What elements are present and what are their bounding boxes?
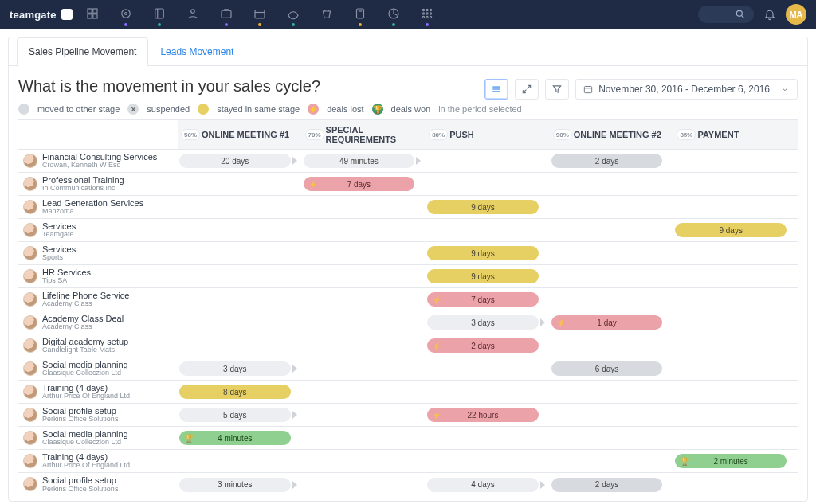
avatar — [23, 269, 37, 283]
avatar — [23, 154, 37, 168]
status-icon: 🏆 — [184, 434, 194, 443]
tab-1[interactable]: Leads Movement — [148, 37, 245, 65]
nav-item-3[interactable] — [186, 6, 200, 21]
deal-org: Sports — [42, 254, 76, 261]
legend-dot-lost: ⚡ — [308, 104, 319, 115]
duration-pill[interactable]: 9 days — [427, 269, 539, 283]
tab-0[interactable]: Sales Pipeline Movement — [17, 37, 148, 66]
duration-pill[interactable]: 3 days — [427, 315, 539, 330]
date-range-picker[interactable]: November 30, 2016 - December 6, 2016 — [575, 79, 798, 100]
stage-pct: 70% — [305, 129, 324, 140]
deal-name: Social media planning — [42, 430, 128, 440]
nav-item-2[interactable] — [152, 6, 167, 26]
nav-item-5[interactable] — [253, 6, 267, 26]
filter-button[interactable] — [545, 79, 569, 100]
duration-pill[interactable]: 49 minutes — [304, 154, 415, 168]
duration-pill[interactable]: 4 days — [427, 478, 539, 492]
duration-pill[interactable]: ⚡22 hours — [427, 408, 539, 422]
stage-name: ONLINE MEETING #1 — [202, 130, 289, 139]
table-row: Social media planningClaasique Colleczio… — [18, 357, 798, 381]
stage-pct: 80% — [429, 129, 448, 140]
nav-item-0[interactable] — [85, 6, 100, 21]
deal-cell[interactable]: Social profile setupPerkins Office Solut… — [18, 405, 178, 425]
deal-cell[interactable]: Social media planningClaasique Colleczio… — [18, 428, 178, 448]
duration-pill[interactable]: 🏆4 minutes — [179, 431, 291, 445]
nav-item-4[interactable] — [219, 6, 233, 26]
slot: 20 days — [178, 150, 302, 172]
duration-pill[interactable]: 5 days — [179, 408, 291, 422]
deal-cell[interactable]: Training (4 days)Arthur Price Of England… — [18, 451, 178, 471]
duration-pill[interactable]: 9 days — [427, 200, 539, 214]
nav-item-9[interactable] — [386, 6, 401, 26]
slot: 🏆2 minutes — [673, 450, 798, 472]
svg-rect-0 — [88, 9, 92, 13]
svg-point-18 — [422, 13, 424, 14]
report-card: Sales Pipeline MovementLeads Movement Wh… — [8, 37, 808, 502]
slot — [302, 196, 426, 218]
expand-button[interactable] — [515, 79, 539, 100]
caret-right-icon — [292, 365, 297, 373]
deal-cell[interactable]: Social profile setupPerkins Office Solut… — [18, 475, 178, 494]
legend-moved: moved to other stage — [37, 104, 120, 114]
duration-pill[interactable]: 9 days — [427, 246, 539, 260]
duration-pill[interactable]: ⚡7 days — [427, 292, 539, 307]
deal-name: HR Services — [42, 268, 91, 278]
duration-pill[interactable]: 8 days — [179, 385, 291, 399]
stage-header-2[interactable]: 80%PUSH — [426, 120, 550, 150]
duration-pill[interactable]: 9 days — [675, 223, 787, 237]
nav-item-10[interactable] — [420, 6, 434, 26]
slot — [302, 404, 426, 426]
deal-cell[interactable]: Training (4 days)Arthur Price Of England… — [18, 382, 178, 402]
duration-pill[interactable]: ⚡7 days — [304, 177, 415, 191]
slot — [302, 242, 426, 264]
deal-cell[interactable]: Academy Class DealAcademy Class — [18, 313, 178, 333]
deal-cell[interactable]: ServicesSports — [18, 244, 178, 264]
avatar[interactable]: MA — [786, 4, 806, 25]
nav-item-8[interactable] — [353, 6, 367, 26]
nav-item-1[interactable] — [119, 6, 133, 26]
legend-period: in the period selected — [438, 104, 522, 114]
slot — [302, 334, 426, 357]
slot: 4 days — [426, 473, 550, 496]
stage-header-3[interactable]: 90%ONLINE MEETING #2 — [550, 120, 674, 150]
stage-header: 50%ONLINE MEETING #170%SPECIAL REQUIREME… — [18, 119, 798, 150]
deal-cell[interactable]: Lifeline Phone ServiceAcademy Class — [18, 290, 178, 310]
nav-item-7[interactable] — [320, 6, 334, 21]
stage-header-1[interactable]: 70%SPECIAL REQUIREMENTS — [302, 120, 426, 150]
duration-pill[interactable]: 20 days — [179, 154, 291, 168]
avatar — [23, 338, 37, 353]
deal-cell[interactable]: Financial Consulting ServicesCrowan, Ken… — [18, 151, 178, 171]
duration-pill[interactable]: 6 days — [551, 361, 663, 376]
duration-label: 9 days — [471, 203, 494, 212]
stage-name: SPECIAL REQUIREMENTS — [326, 125, 418, 144]
search-input[interactable] — [698, 6, 754, 23]
table-row: Lead Generation ServicesManzoma9 days — [18, 196, 798, 219]
duration-pill[interactable]: ⚡1 day — [551, 315, 663, 330]
deal-org: Academy Class — [42, 300, 129, 307]
duration-pill[interactable]: 2 days — [551, 154, 663, 168]
deal-cell[interactable]: Social media planningClaasique Colleczio… — [18, 359, 178, 379]
slot — [673, 311, 798, 334]
deal-cell[interactable]: Digital academy setupCandlelight Table M… — [18, 336, 178, 356]
deal-name: Lifeline Phone Service — [42, 291, 129, 301]
duration-pill[interactable]: ⚡2 days — [427, 338, 539, 353]
view-list-button[interactable] — [484, 79, 508, 100]
deal-cell[interactable]: Professional TrainingIn Communications I… — [18, 174, 178, 194]
x-icon: × — [131, 105, 135, 114]
deal-cell[interactable]: HR ServicesTips SA — [18, 267, 178, 287]
duration-pill[interactable]: 3 days — [179, 361, 291, 376]
duration-pill[interactable]: 🏆2 minutes — [675, 454, 787, 468]
deal-cell[interactable]: Lead Generation ServicesManzoma — [18, 197, 178, 217]
duration-pill[interactable]: 3 minutes — [179, 478, 291, 492]
nav-dot — [124, 23, 128, 26]
calendar-icon — [583, 84, 594, 95]
nav-item-6[interactable] — [286, 6, 300, 26]
notifications-button[interactable] — [763, 8, 776, 21]
duration-pill[interactable]: 2 days — [551, 478, 663, 492]
stage-header-0[interactable]: 50%ONLINE MEETING #1 — [178, 120, 302, 150]
stage-header-4[interactable]: 85%PAYMENT — [673, 120, 798, 150]
deal-cell[interactable]: ServicesTeamgate — [18, 221, 178, 240]
brand[interactable]: teamgate — [10, 9, 73, 21]
top-nav: teamgate MA — [0, 0, 816, 29]
duration-label: 49 minutes — [339, 157, 379, 166]
